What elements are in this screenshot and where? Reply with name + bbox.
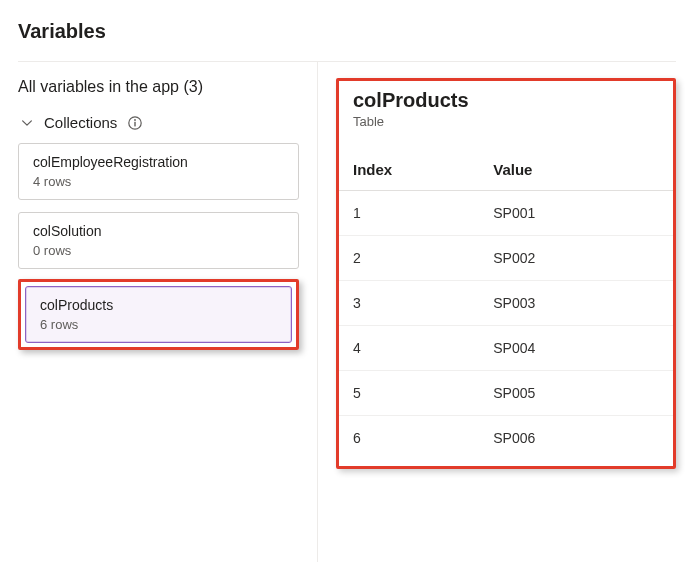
table-row[interactable]: 4 SP004 xyxy=(339,326,673,371)
collection-card-sub: 4 rows xyxy=(33,174,284,189)
collection-card-sub: 0 rows xyxy=(33,243,284,258)
cell-index: 4 xyxy=(339,326,479,371)
table-row[interactable]: 1 SP001 xyxy=(339,191,673,236)
cell-index: 1 xyxy=(339,191,479,236)
collection-card-colEmployeeRegistration[interactable]: colEmployeeRegistration 4 rows xyxy=(18,143,299,200)
detail-table: Index Value 1 SP001 2 SP002 xyxy=(339,151,673,460)
chevron-down-icon xyxy=(20,116,34,130)
cell-index: 2 xyxy=(339,236,479,281)
highlight-annotation: colProducts 6 rows xyxy=(18,279,299,350)
collection-card-title: colEmployeeRegistration xyxy=(33,154,284,170)
cell-value: SP001 xyxy=(479,191,673,236)
detail-pane: colProducts Table Index Value 1 SP001 xyxy=(318,62,676,562)
info-icon[interactable] xyxy=(127,115,143,131)
svg-rect-2 xyxy=(135,121,136,126)
cell-value: SP003 xyxy=(479,281,673,326)
table-row[interactable]: 3 SP003 xyxy=(339,281,673,326)
col-header-value[interactable]: Value xyxy=(479,151,673,191)
cell-value: SP004 xyxy=(479,326,673,371)
collection-card-title: colSolution xyxy=(33,223,284,239)
detail-title: colProducts xyxy=(339,89,673,112)
table-row[interactable]: 2 SP002 xyxy=(339,236,673,281)
cell-index: 6 xyxy=(339,416,479,461)
page-title: Variables xyxy=(18,20,676,61)
collection-card-title: colProducts xyxy=(40,297,277,313)
cell-value: SP002 xyxy=(479,236,673,281)
collection-card-sub: 6 rows xyxy=(40,317,277,332)
col-header-index[interactable]: Index xyxy=(339,151,479,191)
cell-value: SP005 xyxy=(479,371,673,416)
variables-sidebar: All variables in the app (3) Collections… xyxy=(18,62,318,562)
collections-label: Collections xyxy=(44,114,117,131)
cell-index: 3 xyxy=(339,281,479,326)
table-row[interactable]: 5 SP005 xyxy=(339,371,673,416)
detail-highlight-annotation: colProducts Table Index Value 1 SP001 xyxy=(336,78,676,469)
collection-card-colSolution[interactable]: colSolution 0 rows xyxy=(18,212,299,269)
svg-point-1 xyxy=(134,119,136,121)
detail-type-label: Table xyxy=(339,112,673,151)
all-variables-subheader: All variables in the app (3) xyxy=(18,78,299,96)
cell-index: 5 xyxy=(339,371,479,416)
table-row[interactable]: 6 SP006 xyxy=(339,416,673,461)
cell-value: SP006 xyxy=(479,416,673,461)
collection-card-colProducts[interactable]: colProducts 6 rows xyxy=(25,286,292,343)
collections-section-header[interactable]: Collections xyxy=(18,110,299,143)
